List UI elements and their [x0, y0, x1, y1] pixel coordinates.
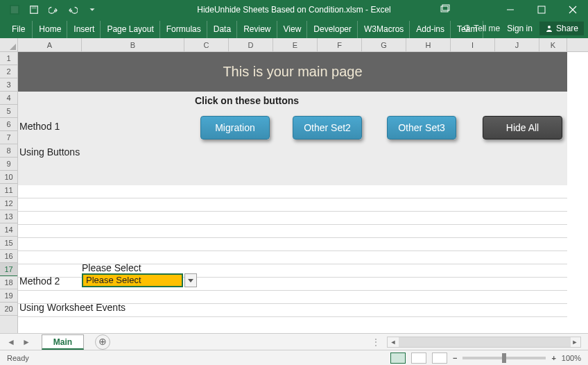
- undo-icon[interactable]: [46, 2, 61, 17]
- select-all-corner[interactable]: [0, 38, 18, 51]
- sign-in-link[interactable]: Sign in: [507, 24, 533, 33]
- banner-text: This is your main page: [223, 64, 362, 80]
- row-header-3[interactable]: 3: [0, 78, 17, 92]
- other-set3-button[interactable]: Other Set3: [387, 116, 456, 139]
- main-page-banner: This is your main page: [18, 52, 567, 92]
- quick-access-toolbar: [0, 2, 100, 17]
- col-header-f[interactable]: F: [318, 38, 362, 51]
- window-title: HideUnhide Sheets Based on Condition.xls…: [197, 5, 390, 15]
- sheet-nav-next-icon[interactable]: ►: [22, 337, 31, 347]
- row-header-2[interactable]: 2: [0, 65, 17, 78]
- row-header-5[interactable]: 5: [0, 105, 17, 118]
- scroll-thumb[interactable]: [399, 337, 571, 347]
- ribbon-tab-data[interactable]: Data: [207, 21, 237, 38]
- row-header-17[interactable]: 17: [0, 263, 17, 276]
- svg-point-12: [548, 26, 551, 28]
- ribbon-tab-formulas[interactable]: Formulas: [160, 21, 207, 38]
- row-header-14[interactable]: 14: [0, 223, 17, 237]
- hide-all-button[interactable]: Hide All: [483, 116, 562, 139]
- title-bar: HideUnhide Sheets Based on Condition.xls…: [0, 0, 588, 19]
- window-controls: [494, 0, 588, 19]
- col-header-j[interactable]: J: [495, 38, 539, 51]
- sheet-nav-prev-icon[interactable]: ◄: [7, 337, 15, 347]
- row-header-8[interactable]: 8: [0, 144, 17, 158]
- horizontal-scrollbar[interactable]: ◄ ►: [387, 337, 581, 348]
- ribbon-tab-w3macros[interactable]: W3Macros: [358, 21, 410, 38]
- row-header-15[interactable]: 15: [0, 237, 17, 250]
- sheet-tab-bar: ◄ ► Main ⊕ ⋮ ◄ ►: [0, 333, 588, 350]
- minimize-button[interactable]: [494, 0, 526, 19]
- tell-me-search[interactable]: Tell me: [462, 24, 500, 33]
- redo-icon[interactable]: [65, 2, 80, 17]
- col-header-g[interactable]: G: [362, 38, 406, 51]
- row-header-19[interactable]: 19: [0, 289, 17, 303]
- method1-label: Method 1: [19, 121, 60, 132]
- please-select-combo[interactable]: Please Select: [82, 273, 183, 287]
- tell-me-label: Tell me: [474, 24, 500, 33]
- row-header-10[interactable]: 10: [0, 171, 17, 184]
- zoom-slider[interactable]: [462, 357, 546, 359]
- method1-region: Click on these buttons Method 1 Using Bu…: [18, 92, 567, 185]
- sheet-nav-buttons[interactable]: ◄ ►: [0, 337, 37, 347]
- excel-icon: [7, 2, 22, 17]
- empty-gridlines: [18, 185, 567, 337]
- row-header-7[interactable]: 7: [0, 131, 17, 144]
- svg-rect-7: [538, 6, 545, 13]
- col-header-d[interactable]: D: [229, 38, 273, 51]
- save-icon[interactable]: [26, 2, 42, 17]
- row-header-13[interactable]: 13: [0, 210, 17, 223]
- row-header-4[interactable]: 4: [0, 92, 17, 105]
- zoom-in-button[interactable]: +: [551, 354, 555, 362]
- qat-customize-icon[interactable]: [85, 2, 100, 17]
- scroll-separator[interactable]: ⋮: [372, 337, 380, 347]
- status-bar: Ready − + 100%: [0, 350, 588, 365]
- using-worksheet-events-label: Using Worksheet Events: [19, 302, 126, 313]
- share-button[interactable]: Share: [539, 22, 584, 35]
- page-break-view-button[interactable]: [432, 353, 447, 364]
- new-sheet-button[interactable]: ⊕: [95, 334, 110, 350]
- scroll-left-icon[interactable]: ◄: [388, 337, 399, 347]
- sheet-tab-main[interactable]: Main: [42, 334, 84, 350]
- col-header-c[interactable]: C: [184, 38, 229, 51]
- row-header-18[interactable]: 18: [0, 276, 17, 289]
- instruction-label: Click on these buttons: [195, 95, 299, 106]
- combo-dropdown-icon[interactable]: [184, 273, 197, 287]
- page-layout-view-button[interactable]: [411, 353, 426, 364]
- ribbon-tab-view[interactable]: View: [277, 21, 308, 38]
- using-buttons-label: Using Buttons: [19, 146, 80, 158]
- close-button[interactable]: [557, 0, 588, 19]
- ribbon-tab-developer[interactable]: Developer: [307, 21, 358, 38]
- col-header-i[interactable]: I: [451, 38, 495, 51]
- ribbon-tab-addins[interactable]: Add-ins: [410, 21, 451, 38]
- row-header-12[interactable]: 12: [0, 197, 17, 210]
- col-header-a[interactable]: A: [18, 38, 82, 51]
- maximize-button[interactable]: [526, 0, 557, 19]
- col-header-e[interactable]: E: [273, 38, 318, 51]
- row-header-6[interactable]: 6: [0, 118, 17, 131]
- col-header-h[interactable]: H: [406, 38, 451, 51]
- other-set2-button[interactable]: Other Set2: [293, 116, 362, 139]
- normal-view-button[interactable]: [390, 353, 406, 364]
- zoom-percent[interactable]: 100%: [562, 354, 581, 362]
- row-header-11[interactable]: 11: [0, 184, 17, 197]
- worksheet-area[interactable]: This is your main page Click on these bu…: [18, 52, 588, 337]
- ribbon-tab-page-layout[interactable]: Page Layout: [101, 21, 159, 38]
- status-ready: Ready: [7, 354, 29, 362]
- row-header-16[interactable]: 16: [0, 250, 17, 263]
- column-headers: ABCDEFGHIJK: [0, 38, 588, 52]
- scroll-right-icon[interactable]: ►: [569, 337, 580, 347]
- method2-label: Method 2: [19, 275, 60, 287]
- migration-button[interactable]: Migration: [200, 116, 270, 139]
- ribbon-tab-file[interactable]: File: [4, 21, 33, 38]
- ribbon-tab-home[interactable]: Home: [33, 21, 67, 38]
- ribbon-display-options-icon[interactable]: [438, 1, 453, 17]
- col-header-k[interactable]: K: [539, 38, 567, 51]
- col-header-b[interactable]: B: [82, 38, 184, 51]
- ribbon-tab-insert[interactable]: Insert: [67, 21, 101, 38]
- ribbon-tab-review[interactable]: Review: [237, 21, 277, 38]
- row-header-1[interactable]: 1: [0, 52, 17, 65]
- row-header-20[interactable]: 20: [0, 303, 17, 316]
- svg-rect-3: [32, 6, 35, 8]
- zoom-out-button[interactable]: −: [453, 354, 457, 362]
- row-header-9[interactable]: 9: [0, 158, 17, 171]
